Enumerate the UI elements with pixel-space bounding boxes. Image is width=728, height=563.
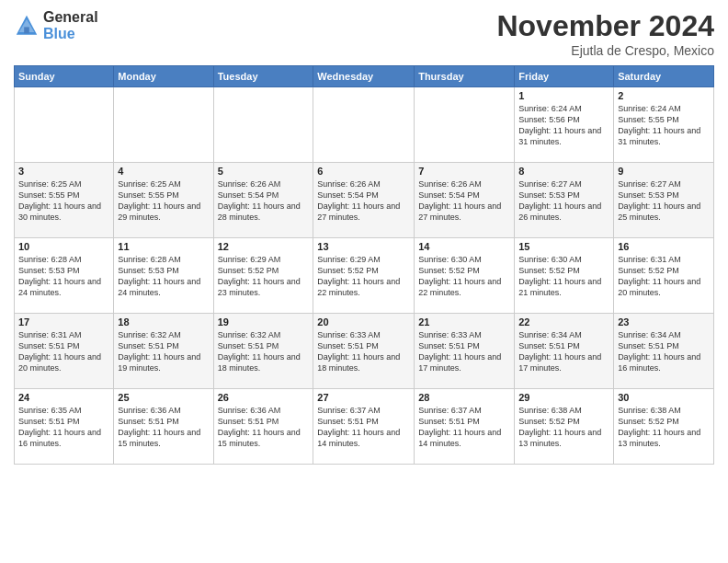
day-info: Sunrise: 6:38 AM Sunset: 5:52 PM Dayligh…: [518, 405, 609, 450]
col-tuesday: Tuesday: [213, 66, 313, 87]
table-row: 15Sunrise: 6:30 AM Sunset: 5:52 PM Dayli…: [515, 238, 614, 314]
day-info: Sunrise: 6:37 AM Sunset: 5:51 PM Dayligh…: [317, 405, 410, 450]
table-row: 4Sunrise: 6:25 AM Sunset: 5:55 PM Daylig…: [114, 163, 213, 238]
calendar-body: 1Sunrise: 6:24 AM Sunset: 5:56 PM Daylig…: [15, 87, 714, 465]
day-info: Sunrise: 6:26 AM Sunset: 5:54 PM Dayligh…: [317, 178, 410, 224]
day-number: 9: [618, 166, 710, 177]
day-info: Sunrise: 6:24 AM Sunset: 5:56 PM Dayligh…: [518, 103, 609, 148]
table-row: 7Sunrise: 6:26 AM Sunset: 5:54 PM Daylig…: [415, 163, 515, 238]
table-row: 18Sunrise: 6:32 AM Sunset: 5:51 PM Dayli…: [114, 314, 213, 389]
day-info: Sunrise: 6:24 AM Sunset: 5:55 PM Dayligh…: [618, 103, 710, 148]
day-info: Sunrise: 6:28 AM Sunset: 5:53 PM Dayligh…: [118, 254, 209, 299]
logo: General Blue: [14, 9, 98, 41]
col-wednesday: Wednesday: [313, 66, 415, 87]
table-row: [114, 87, 213, 163]
table-row: 6Sunrise: 6:26 AM Sunset: 5:54 PM Daylig…: [313, 163, 415, 238]
table-row: 17Sunrise: 6:31 AM Sunset: 5:51 PM Dayli…: [15, 314, 114, 389]
page-container: General Blue November 2024 Ejutla de Cre…: [0, 0, 728, 474]
day-info: Sunrise: 6:27 AM Sunset: 5:53 PM Dayligh…: [618, 178, 710, 224]
day-info: Sunrise: 6:25 AM Sunset: 5:55 PM Dayligh…: [118, 178, 209, 224]
day-number: 24: [18, 392, 109, 403]
day-number: 14: [418, 241, 510, 252]
main-title: November 2024: [496, 9, 714, 43]
day-info: Sunrise: 6:31 AM Sunset: 5:51 PM Dayligh…: [18, 329, 109, 374]
day-info: Sunrise: 6:30 AM Sunset: 5:52 PM Dayligh…: [418, 254, 510, 299]
day-info: Sunrise: 6:33 AM Sunset: 5:51 PM Dayligh…: [418, 329, 510, 374]
day-info: Sunrise: 6:32 AM Sunset: 5:51 PM Dayligh…: [118, 329, 209, 374]
table-row: 1Sunrise: 6:24 AM Sunset: 5:56 PM Daylig…: [515, 87, 614, 163]
table-row: [313, 87, 415, 163]
day-number: 8: [518, 166, 609, 177]
day-number: 30: [618, 392, 710, 403]
day-info: Sunrise: 6:26 AM Sunset: 5:54 PM Dayligh…: [418, 178, 510, 224]
day-number: 21: [418, 316, 510, 327]
day-number: 11: [118, 241, 209, 252]
day-info: Sunrise: 6:34 AM Sunset: 5:51 PM Dayligh…: [618, 329, 710, 374]
table-row: 29Sunrise: 6:38 AM Sunset: 5:52 PM Dayli…: [515, 389, 614, 465]
day-info: Sunrise: 6:29 AM Sunset: 5:52 PM Dayligh…: [218, 254, 310, 299]
day-info: Sunrise: 6:25 AM Sunset: 5:55 PM Dayligh…: [18, 178, 109, 224]
day-info: Sunrise: 6:26 AM Sunset: 5:54 PM Dayligh…: [218, 178, 310, 224]
subtitle: Ejutla de Crespo, Mexico: [496, 43, 714, 58]
day-number: 13: [317, 241, 410, 252]
table-row: [15, 87, 114, 163]
day-number: 18: [118, 316, 209, 327]
day-info: Sunrise: 6:33 AM Sunset: 5:51 PM Dayligh…: [317, 329, 410, 374]
table-row: [415, 87, 515, 163]
day-info: Sunrise: 6:27 AM Sunset: 5:53 PM Dayligh…: [518, 178, 609, 224]
day-number: 4: [118, 166, 209, 177]
table-row: 3Sunrise: 6:25 AM Sunset: 5:55 PM Daylig…: [15, 163, 114, 238]
table-row: 12Sunrise: 6:29 AM Sunset: 5:52 PM Dayli…: [213, 238, 313, 314]
col-friday: Friday: [515, 66, 614, 87]
day-info: Sunrise: 6:32 AM Sunset: 5:51 PM Dayligh…: [218, 329, 310, 374]
table-row: 19Sunrise: 6:32 AM Sunset: 5:51 PM Dayli…: [213, 314, 313, 389]
table-row: 22Sunrise: 6:34 AM Sunset: 5:51 PM Dayli…: [515, 314, 614, 389]
table-row: 25Sunrise: 6:36 AM Sunset: 5:51 PM Dayli…: [114, 389, 213, 465]
header: General Blue November 2024 Ejutla de Cre…: [14, 9, 714, 58]
logo-text: General Blue: [43, 9, 98, 41]
col-saturday: Saturday: [614, 66, 714, 87]
day-number: 20: [317, 316, 410, 327]
day-info: Sunrise: 6:37 AM Sunset: 5:51 PM Dayligh…: [418, 405, 510, 450]
table-row: 20Sunrise: 6:33 AM Sunset: 5:51 PM Dayli…: [313, 314, 415, 389]
calendar: Sunday Monday Tuesday Wednesday Thursday…: [14, 65, 714, 465]
calendar-week-5: 24Sunrise: 6:35 AM Sunset: 5:51 PM Dayli…: [15, 389, 714, 465]
day-number: 29: [518, 392, 609, 403]
day-number: 19: [218, 316, 310, 327]
title-block: November 2024 Ejutla de Crespo, Mexico: [496, 9, 714, 58]
calendar-week-1: 1Sunrise: 6:24 AM Sunset: 5:56 PM Daylig…: [15, 87, 714, 163]
day-number: 23: [618, 316, 710, 327]
table-row: 30Sunrise: 6:38 AM Sunset: 5:52 PM Dayli…: [614, 389, 714, 465]
day-number: 25: [118, 392, 209, 403]
logo-general-text: General: [43, 9, 98, 26]
table-row: [213, 87, 313, 163]
day-info: Sunrise: 6:30 AM Sunset: 5:52 PM Dayligh…: [518, 254, 609, 299]
table-row: 8Sunrise: 6:27 AM Sunset: 5:53 PM Daylig…: [515, 163, 614, 238]
day-info: Sunrise: 6:35 AM Sunset: 5:51 PM Dayligh…: [18, 405, 109, 450]
day-number: 12: [218, 241, 310, 252]
table-row: 16Sunrise: 6:31 AM Sunset: 5:52 PM Dayli…: [614, 238, 714, 314]
day-number: 2: [618, 90, 710, 101]
header-row: Sunday Monday Tuesday Wednesday Thursday…: [15, 66, 714, 87]
calendar-header: Sunday Monday Tuesday Wednesday Thursday…: [15, 66, 714, 87]
table-row: 27Sunrise: 6:37 AM Sunset: 5:51 PM Dayli…: [313, 389, 415, 465]
table-row: 9Sunrise: 6:27 AM Sunset: 5:53 PM Daylig…: [614, 163, 714, 238]
table-row: 28Sunrise: 6:37 AM Sunset: 5:51 PM Dayli…: [415, 389, 515, 465]
col-thursday: Thursday: [415, 66, 515, 87]
day-info: Sunrise: 6:29 AM Sunset: 5:52 PM Dayligh…: [317, 254, 410, 299]
calendar-week-4: 17Sunrise: 6:31 AM Sunset: 5:51 PM Dayli…: [15, 314, 714, 389]
table-row: 5Sunrise: 6:26 AM Sunset: 5:54 PM Daylig…: [213, 163, 313, 238]
day-number: 5: [218, 166, 310, 177]
table-row: 23Sunrise: 6:34 AM Sunset: 5:51 PM Dayli…: [614, 314, 714, 389]
day-number: 7: [418, 166, 510, 177]
col-monday: Monday: [114, 66, 213, 87]
table-row: 21Sunrise: 6:33 AM Sunset: 5:51 PM Dayli…: [415, 314, 515, 389]
table-row: 26Sunrise: 6:36 AM Sunset: 5:51 PM Dayli…: [213, 389, 313, 465]
logo-icon: [14, 13, 40, 39]
day-info: Sunrise: 6:36 AM Sunset: 5:51 PM Dayligh…: [118, 405, 209, 450]
logo-blue-text: Blue: [43, 26, 98, 42]
table-row: 2Sunrise: 6:24 AM Sunset: 5:55 PM Daylig…: [614, 87, 714, 163]
day-number: 3: [18, 166, 109, 177]
table-row: 13Sunrise: 6:29 AM Sunset: 5:52 PM Dayli…: [313, 238, 415, 314]
table-row: 11Sunrise: 6:28 AM Sunset: 5:53 PM Dayli…: [114, 238, 213, 314]
